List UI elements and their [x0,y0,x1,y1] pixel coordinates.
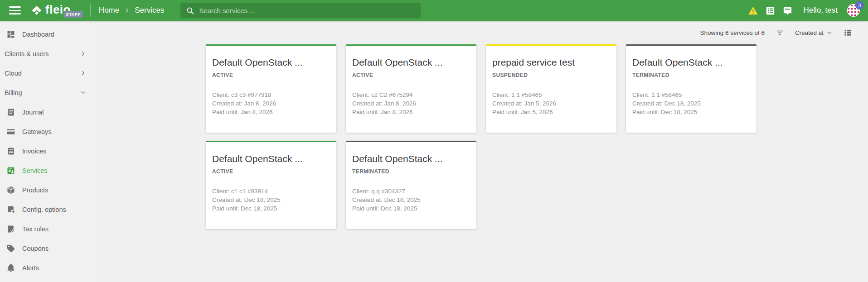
chevron-right-icon [80,70,87,76]
service-paid-until: Paid until: Dec 18, 2025 [632,108,749,116]
filter-icon[interactable] [776,29,784,37]
service-title: Default OpenStack ... [212,153,329,164]
chevron-down-icon [826,30,832,36]
services-icon [6,166,15,175]
service-card[interactable]: prepaid service test SUSPENDED Client: 1… [486,44,616,133]
journal-icon [6,108,15,117]
dashboard-icon [6,30,15,39]
search-bar[interactable] [180,3,421,18]
doc-edit-icon [6,225,15,234]
sidebar-item-alerts[interactable]: Alerts [0,258,94,277]
credit-card-icon [6,127,15,136]
service-created-at: Created at: Dec 18, 2025 [212,196,329,204]
topbar-divider [90,4,91,17]
chevron-right-icon [124,7,130,14]
service-paid-until: Paid until: Jan 8, 2026 [352,108,469,116]
sidebar-item-config-options[interactable]: Config. options [0,200,94,219]
service-created-at: Created at: Dec 18, 2025 [352,196,469,204]
service-card[interactable]: Default OpenStack ... ACTIVE Client: c1 … [206,141,336,229]
sidebar-item-journal[interactable]: Journal [0,102,94,122]
avatar[interactable]: 3 [847,4,860,17]
messages-icon[interactable] [782,5,793,16]
breadcrumb-home[interactable]: Home [99,6,119,15]
status-badge: SUSPENDED [492,72,609,78]
topbar-actions: Hello, test 3 [748,4,860,17]
services-grid: Default OpenStack ... ACTIVE Client: c3 … [206,44,756,229]
status-badge: ACTIVE [212,168,329,175]
sidebar-item-invoices[interactable]: Invoices [0,141,94,161]
status-badge: ACTIVE [212,72,329,78]
service-created-at: Created at: Dec 18, 2025 [632,99,749,108]
breadcrumb: Home Services [99,6,165,15]
service-card[interactable]: Default OpenStack ... TERMINATED Client:… [626,44,756,133]
status-badge: ACTIVE [352,72,469,78]
billing-list-icon[interactable] [765,5,776,16]
sidebar-item-cloud[interactable]: Cloud [0,63,94,83]
user-greeting[interactable]: Hello, test [803,6,838,15]
sidebar: Dashboard Clients & users Cloud Billing [0,21,94,282]
service-title: Default OpenStack ... [632,57,749,68]
list-toolbar: Showing 6 services of 6 Created at [94,21,868,44]
service-paid-until: Paid until: Jan 8, 2026 [212,108,329,116]
service-title: Default OpenStack ... [352,57,469,68]
main-content: Showing 6 services of 6 Created at Defau… [94,21,868,282]
service-paid-until: Paid until: Dec 18, 2025 [352,204,469,213]
service-created-at: Created at: Jan 5, 2026 [492,99,609,108]
staff-badge: STAFF [63,11,83,18]
service-paid-until: Paid until: Jan 5, 2026 [492,108,609,116]
service-client: Client: c2 C2 #675294 [352,91,469,99]
sidebar-item-services[interactable]: Services [0,161,94,180]
status-badge: TERMINATED [632,72,749,78]
bell-icon [6,263,15,272]
sort-dropdown[interactable]: Created at [795,29,832,36]
results-summary: Showing 6 services of 6 [700,29,765,36]
receipt-icon [6,147,15,156]
service-card[interactable]: Default OpenStack ... ACTIVE Client: c2 … [346,44,476,133]
sidebar-item-billing[interactable]: Billing [0,83,94,102]
service-card[interactable]: Default OpenStack ... TERMINATED Client:… [346,141,476,229]
service-title: prepaid service test [492,57,609,68]
service-title: Default OpenStack ... [352,153,469,164]
service-client: Client: c3 c3 #977918 [212,91,329,99]
service-title: Default OpenStack ... [212,57,329,68]
service-paid-until: Paid until: Dec 18, 2025 [212,204,329,213]
logo[interactable]: fleio STAFF [31,4,83,18]
service-client: Client: 1 1 #58465 [632,91,749,99]
chevron-right-icon [80,50,87,57]
sidebar-item-tax-rules[interactable]: Tax rules [0,219,94,239]
sidebar-item-clients-users[interactable]: Clients & users [0,44,94,63]
notification-badge: 3 [855,1,864,10]
sidebar-item-products[interactable]: Products [0,180,94,200]
breadcrumb-current[interactable]: Services [135,6,164,15]
service-client: Client: c1 c1 #93914 [212,187,329,196]
view-list-icon[interactable] [843,28,853,38]
service-client: Client: 1 1 #58465 [492,91,609,99]
package-icon [6,186,15,195]
fleio-logo-icon [31,5,43,16]
service-created-at: Created at: Jan 8, 2026 [352,99,469,108]
sidebar-item-dashboard[interactable]: Dashboard [0,24,94,44]
service-created-at: Created at: Jan 8, 2026 [212,99,329,108]
chevron-down-icon [80,89,87,96]
doc-add-icon [6,205,15,214]
service-client: Client: q q #304327 [352,187,469,196]
status-badge: TERMINATED [352,168,469,175]
sidebar-item-gateways[interactable]: Gateways [0,122,94,141]
sidebar-item-coupons[interactable]: Coupons [0,239,94,258]
warning-icon[interactable] [748,5,758,16]
search-input[interactable] [199,7,415,14]
menu-icon[interactable] [9,6,21,14]
tag-icon [6,244,15,253]
service-card[interactable]: Default OpenStack ... ACTIVE Client: c3 … [206,44,336,133]
topbar: fleio STAFF Home Services [0,0,868,21]
search-icon [186,6,194,15]
